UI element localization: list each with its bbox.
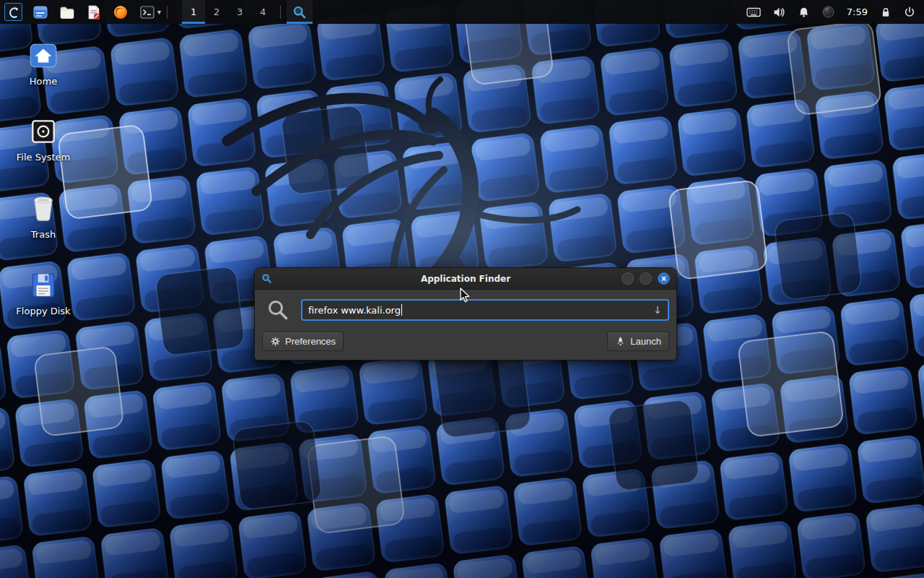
desktop-icon-label: File System [17, 152, 70, 163]
folder-launcher[interactable] [58, 4, 76, 21]
close-button[interactable]: × [658, 272, 670, 285]
workspace-1[interactable]: 1 [182, 0, 205, 24]
taskbar-application-finder-button[interactable] [287, 0, 313, 24]
text-editor-icon [86, 4, 102, 20]
window-title: Application Finder [255, 274, 676, 284]
window-controls: × [622, 272, 670, 285]
window-search-icon [261, 273, 272, 284]
workspace-2-label: 2 [214, 7, 219, 17]
preferences-label: Preferences [285, 336, 336, 347]
panel-launchers [32, 4, 129, 21]
desktop: ▾ 1 2 3 4 [0, 0, 924, 578]
terminal-dropdown-chevron-icon[interactable]: ▾ [157, 8, 161, 16]
launch-label: Launch [630, 336, 661, 347]
firefox-launcher[interactable] [112, 4, 129, 21]
desktop-icon-home[interactable]: Home [9, 40, 78, 87]
workspace-switcher: 1 2 3 4 [182, 0, 274, 24]
workspace-1-label: 1 [191, 7, 196, 17]
logout-icon[interactable] [904, 7, 915, 18]
home-icon [27, 40, 59, 71]
top-panel: ▾ 1 2 3 4 [0, 0, 924, 24]
desktop-icon-label: Trash [31, 229, 56, 240]
trash-icon [27, 192, 59, 224]
application-finder-window: Application Finder × firefox www.kali.or… [254, 267, 677, 361]
entry-dropdown-arrow-icon[interactable]: ↓ [653, 304, 662, 316]
keyboard-icon[interactable] [746, 7, 761, 17]
panel-separator-2 [280, 6, 281, 19]
lock-icon[interactable] [880, 7, 892, 18]
panel-right: 7:59 [746, 0, 924, 24]
clock[interactable]: 7:59 [847, 7, 868, 17]
search-icon [292, 5, 307, 20]
maximize-button[interactable] [640, 272, 652, 285]
panel-separator [167, 6, 167, 19]
titlebar[interactable]: Application Finder × [255, 268, 676, 290]
desktop-icon-label: Floppy Disk [16, 306, 70, 316]
gear-icon [270, 336, 281, 347]
launch-button[interactable]: Launch [607, 332, 669, 351]
file-manager-launcher[interactable] [32, 4, 49, 21]
close-icon: × [661, 275, 666, 283]
command-input[interactable]: firefox www.kali.org ↓ [301, 299, 669, 321]
preferences-button[interactable]: Preferences [262, 332, 344, 351]
status-orb-icon[interactable] [822, 6, 834, 18]
applications-menu-button[interactable] [0, 0, 26, 24]
firefox-icon [113, 4, 128, 20]
workspace-4[interactable]: 4 [251, 0, 274, 24]
workspace-3[interactable]: 3 [228, 0, 251, 24]
launch-icon [615, 336, 626, 347]
file-manager-icon [32, 4, 48, 20]
volume-icon[interactable] [773, 7, 785, 18]
floppy-disk-icon [27, 270, 59, 301]
desktop-icon-label: Home [30, 76, 57, 87]
file-system-icon [27, 116, 59, 147]
command-input-text: firefox www.kali.org [308, 305, 401, 316]
folder-icon [59, 4, 75, 20]
notifications-bell-icon[interactable] [798, 7, 810, 18]
text-editor-launcher[interactable] [85, 4, 103, 21]
kali-menu-icon [4, 3, 22, 21]
workspace-2[interactable]: 2 [205, 0, 228, 24]
panel-left: ▾ 1 2 3 4 [0, 0, 313, 24]
workspace-3-label: 3 [237, 7, 243, 17]
large-search-icon [266, 298, 289, 322]
minimize-button[interactable] [622, 272, 634, 285]
desktop-icon-floppy-disk[interactable]: Floppy Disk [9, 270, 78, 316]
terminal-icon [139, 4, 155, 20]
text-caret [401, 304, 403, 316]
button-row: Preferences Launch [255, 326, 676, 360]
desktop-icon-file-system[interactable]: File System [9, 116, 78, 163]
desktop-icon-trash[interactable]: Trash [9, 192, 78, 240]
terminal-launcher[interactable] [139, 4, 156, 21]
workspace-4-label: 4 [260, 7, 266, 17]
search-row: firefox www.kali.org ↓ [255, 290, 676, 326]
